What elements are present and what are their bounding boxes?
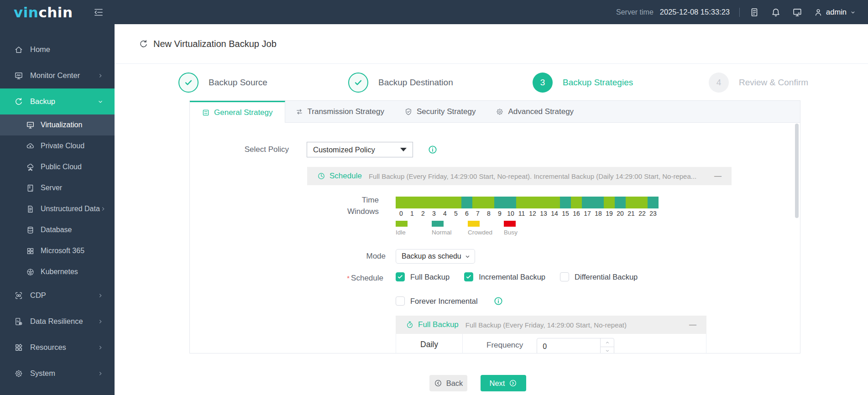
sidebar-item-virtualization[interactable]: vmVirtualization xyxy=(0,114,115,135)
sidebar-item-unstructured-data[interactable]: Unstructured Data xyxy=(0,198,115,219)
schedule-panel-title: Schedule xyxy=(329,172,362,181)
time-windows-bar[interactable] xyxy=(396,197,659,208)
frequency-label: Frequency xyxy=(486,340,523,351)
full-backup-panel-collapse[interactable]: — xyxy=(689,321,696,329)
time-window-hour-15[interactable] xyxy=(560,197,571,208)
server-time-value: 2025-12-08 15:33:23 xyxy=(660,8,730,16)
time-window-hour-10[interactable] xyxy=(505,197,516,208)
strategy-card: General StrategyTransmission StrategySec… xyxy=(189,100,800,353)
forever-incremental-checkbox[interactable] xyxy=(396,296,405,306)
back-button[interactable]: Back xyxy=(429,375,467,391)
checkbox-full-backup[interactable]: Full Backup xyxy=(396,272,450,281)
stepper-down-button[interactable] xyxy=(601,347,614,353)
time-window-hour-21[interactable] xyxy=(626,197,637,208)
time-window-hour-0[interactable] xyxy=(396,197,407,208)
sidebar-item-cdp[interactable]: CDP xyxy=(0,282,115,308)
schedule-panel-collapse[interactable]: — xyxy=(714,172,722,180)
database-icon xyxy=(26,226,35,234)
time-window-hour-3[interactable] xyxy=(429,197,439,208)
sidebar-item-kubernetes[interactable]: Kubernetes xyxy=(0,261,115,282)
chevron-down-icon xyxy=(97,99,104,105)
stepper-up-button[interactable] xyxy=(601,338,614,347)
time-window-hour-20[interactable] xyxy=(615,197,626,208)
step-label: Review & Confirm xyxy=(739,78,808,88)
sidebar-item-data-resilience[interactable]: Data Resilience xyxy=(0,308,115,334)
chevron-right-icon xyxy=(97,318,104,325)
next-button[interactable]: Next xyxy=(481,375,526,391)
time-window-hour-8[interactable] xyxy=(483,197,494,208)
time-window-hour-5[interactable] xyxy=(450,197,461,208)
forever-incremental-info-icon[interactable] xyxy=(493,296,503,306)
sidebar-item-label: System xyxy=(30,369,97,378)
sidebar-item-private-cloud[interactable]: Private Cloud xyxy=(0,135,115,156)
chevron-right-icon xyxy=(97,370,104,377)
report-icon[interactable] xyxy=(749,7,759,17)
mode-dropdown[interactable]: Backup as schedu xyxy=(396,249,475,264)
time-window-hour-2[interactable] xyxy=(418,197,429,208)
hour-tick: 1 xyxy=(407,210,418,217)
time-window-hour-19[interactable] xyxy=(604,197,615,208)
time-window-hour-1[interactable] xyxy=(407,197,418,208)
sidebar-item-database[interactable]: Database xyxy=(0,219,115,240)
sidebar-item-label: Backup xyxy=(30,97,97,106)
wizard-step-backup-destination: Backup Destination xyxy=(348,73,453,93)
select-policy-label: Select Policy xyxy=(190,142,289,157)
time-window-hour-18[interactable] xyxy=(593,197,604,208)
period-cell[interactable]: Daily xyxy=(396,334,463,353)
tab-transmission-strategy[interactable]: Transmission Strategy xyxy=(285,101,394,122)
policy-info-icon[interactable] xyxy=(428,145,438,155)
frequency-input[interactable] xyxy=(537,338,596,353)
checkbox-box[interactable] xyxy=(396,272,405,281)
tab-general-strategy[interactable]: General Strategy xyxy=(190,101,285,123)
scrollbar-thumb[interactable] xyxy=(795,124,799,218)
sidebar-item-microsoft-365[interactable]: Microsoft 365 xyxy=(0,240,115,261)
select-policy-value: Customized Policy xyxy=(313,146,375,154)
hour-tick: 7 xyxy=(472,210,483,217)
time-window-hour-7[interactable] xyxy=(472,197,483,208)
hour-tick: 0 xyxy=(396,210,407,217)
sidebar-item-public-cloud[interactable]: Public Cloud xyxy=(0,156,115,177)
time-window-hour-6[interactable] xyxy=(461,197,472,208)
chevron-up-icon xyxy=(605,340,610,345)
time-window-hour-17[interactable] xyxy=(582,197,593,208)
user-menu[interactable]: admin xyxy=(814,8,856,17)
sidebar-item-resources[interactable]: Resources xyxy=(0,334,115,360)
forever-incremental-label: Forever Incremental xyxy=(410,297,478,306)
schedule-panel-header: Schedule Full Backup (Every Friday, 14:2… xyxy=(307,167,732,185)
sidebar-item-label: Home xyxy=(30,45,104,54)
tab-label: General Strategy xyxy=(214,108,273,117)
tab-advanced-strategy[interactable]: Advanced Strategy xyxy=(486,101,584,122)
time-window-hour-23[interactable] xyxy=(648,197,659,208)
checkbox-incremental-backup[interactable]: Incremental Backup xyxy=(464,272,545,281)
time-window-hour-11[interactable] xyxy=(516,197,527,208)
gear-icon xyxy=(496,108,504,116)
time-window-hour-9[interactable] xyxy=(494,197,505,208)
time-window-hour-22[interactable] xyxy=(637,197,648,208)
time-window-hour-4[interactable] xyxy=(439,197,450,208)
checkbox-differential-backup[interactable]: Differential Backup xyxy=(560,272,638,281)
sidebar: HomeMonitor CenterBackupvmVirtualization… xyxy=(0,24,115,395)
time-window-hour-14[interactable] xyxy=(549,197,560,208)
checkbox-box[interactable] xyxy=(560,272,569,281)
tab-security-strategy[interactable]: Security Strategy xyxy=(394,101,486,122)
sidebar-item-system[interactable]: System xyxy=(0,360,115,386)
tab-label: Transmission Strategy xyxy=(308,107,384,116)
svg-text:vm: vm xyxy=(29,123,32,125)
time-window-hour-13[interactable] xyxy=(538,197,549,208)
time-window-hour-16[interactable] xyxy=(571,197,582,208)
kubernetes-icon xyxy=(26,268,35,276)
step-circle xyxy=(348,73,368,93)
checkbox-box[interactable] xyxy=(464,272,473,281)
time-window-hour-12[interactable] xyxy=(527,197,538,208)
sidebar-item-monitor-center[interactable]: Monitor Center xyxy=(0,62,115,88)
sidebar-item-server[interactable]: Server xyxy=(0,177,115,198)
sidebar-item-home[interactable]: Home xyxy=(0,36,115,62)
console-monitor-icon[interactable] xyxy=(792,7,802,17)
sidebar-item-backup[interactable]: Backup xyxy=(0,88,115,114)
cdp-icon xyxy=(14,291,23,300)
page-title: New Virtualization Backup Job xyxy=(153,39,277,49)
refresh-icon[interactable] xyxy=(139,39,148,49)
notifications-bell-icon[interactable] xyxy=(771,7,781,17)
select-policy-dropdown[interactable]: Customized Policy xyxy=(307,142,413,157)
sidebar-collapse-icon[interactable] xyxy=(93,7,104,18)
